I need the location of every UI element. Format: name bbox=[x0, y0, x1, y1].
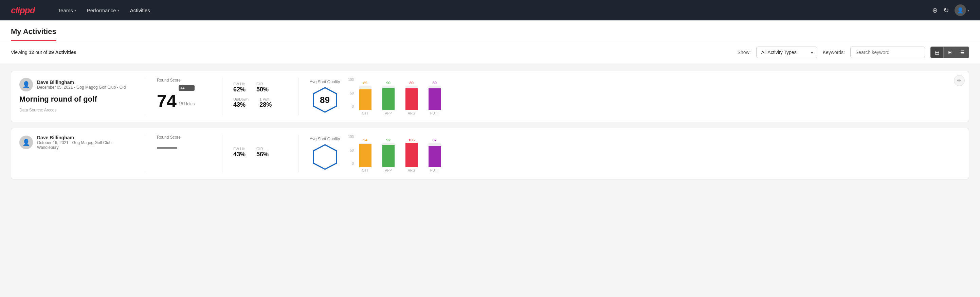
bar-arg: 89 ARG bbox=[401, 81, 422, 115]
stat-pair-2: Up/Down 43% 1 Putt 28% bbox=[233, 97, 288, 109]
activity-date-2: October 16, 2021 - Gog Magog Golf Club -… bbox=[37, 141, 135, 150]
refresh-icon[interactable]: ↻ bbox=[943, 6, 949, 14]
search-input[interactable] bbox=[850, 46, 925, 58]
ott-bar-fill-2 bbox=[359, 144, 371, 167]
ott-label-2: OTT bbox=[362, 169, 369, 172]
navbar: clippd Teams ▾ Performance ▾ Activities … bbox=[0, 0, 980, 21]
app-label-2: APP bbox=[385, 169, 392, 172]
grid-view-btn[interactable]: ⊞ bbox=[943, 47, 956, 58]
svg-marker-1 bbox=[313, 145, 337, 169]
bar-ott-2: 94 OTT bbox=[355, 138, 375, 172]
activity-type-select[interactable]: All Activity Types bbox=[756, 46, 817, 58]
y-label-50: 50 bbox=[348, 91, 354, 95]
card-left: 👤 Dave Billingham December 05, 2021 - Go… bbox=[19, 78, 135, 115]
app-bar-fill bbox=[382, 88, 395, 110]
arg-bar-2 bbox=[406, 143, 418, 167]
arg-label-2: ARG bbox=[408, 169, 415, 172]
gir-label-2: GIR bbox=[256, 147, 269, 151]
quality-section-2: Avg Shot Quality 100 50 0 bbox=[310, 135, 961, 172]
avatar-icon: 👤 bbox=[957, 7, 964, 14]
edit-button[interactable]: ✏ bbox=[954, 75, 965, 86]
round-score-label: Round Score bbox=[157, 78, 211, 83]
fw-hit-value-2: 43% bbox=[233, 151, 245, 158]
performance-chevron-icon: ▾ bbox=[118, 8, 119, 12]
ott-bar-2 bbox=[359, 143, 371, 167]
round-score-label-2: Round Score bbox=[157, 135, 211, 140]
updown-value: 43% bbox=[233, 101, 248, 109]
fw-hit-value: 62% bbox=[233, 86, 245, 93]
avg-shot-quality-label: Avg Shot Quality bbox=[310, 80, 340, 84]
stats-section: FW Hit 62% GIR 50% Up/Down 43% 1 Putt 28… bbox=[233, 78, 288, 115]
user-avatar-2: 👤 bbox=[19, 136, 33, 149]
nav-activities[interactable]: Activities bbox=[126, 5, 154, 16]
hexagon-wrapper: Avg Shot Quality 89 bbox=[310, 80, 340, 113]
bar-ott: 85 OTT bbox=[355, 81, 375, 115]
app-bar-2 bbox=[382, 143, 395, 167]
updown-stat: Up/Down 43% bbox=[233, 97, 248, 109]
logo: clippd bbox=[11, 5, 35, 16]
putt-bar-fill-2 bbox=[428, 146, 441, 167]
user-avatar-icon-2: 👤 bbox=[22, 139, 30, 146]
avg-shot-quality-value: 89 bbox=[320, 95, 330, 105]
ott-bar-fill bbox=[359, 89, 371, 110]
hexagon-2 bbox=[312, 144, 339, 171]
y-label-50-2: 50 bbox=[348, 148, 354, 152]
score-value: 74 bbox=[157, 92, 177, 110]
hexagon: 89 bbox=[312, 86, 339, 113]
arg-bar-fill bbox=[406, 88, 418, 110]
filter-bar: Viewing 12 out of 29 Activities Show: Al… bbox=[0, 41, 980, 64]
score-dashes: —— bbox=[157, 142, 177, 154]
ott-label: OTT bbox=[362, 112, 369, 115]
nav-performance[interactable]: Performance ▾ bbox=[83, 5, 123, 16]
gir-value: 50% bbox=[256, 86, 269, 93]
bar-chart: 100 50 0 85 OTT bbox=[348, 78, 961, 115]
arg-bar bbox=[406, 86, 418, 110]
card-divider-4 bbox=[146, 135, 146, 172]
gir-label: GIR bbox=[256, 82, 269, 86]
avatar: 👤 bbox=[955, 5, 966, 16]
list-view-btn[interactable]: ▤ bbox=[931, 47, 943, 58]
one-putt-stat: 1 Putt 28% bbox=[259, 97, 272, 109]
fw-hit-stat-2: FW Hit 43% bbox=[233, 147, 245, 158]
arg-bar-fill-2 bbox=[406, 143, 418, 167]
one-putt-label: 1 Putt bbox=[259, 97, 272, 101]
activity-card-2: 👤 Dave Billingham October 16, 2021 - Gog… bbox=[11, 128, 969, 179]
user-avatar-btn[interactable]: 👤 ▾ bbox=[955, 5, 969, 16]
card-divider bbox=[146, 78, 146, 115]
add-icon[interactable]: ⊕ bbox=[932, 6, 938, 14]
gir-value-2: 56% bbox=[256, 151, 269, 158]
stats-section-2: FW Hit 43% GIR 56% bbox=[233, 135, 288, 172]
putt-bar bbox=[428, 86, 441, 110]
bar-chart-2: 100 50 0 94 OTT 92 bbox=[348, 135, 961, 172]
activity-type-select-wrapper[interactable]: All Activity Types bbox=[756, 46, 817, 58]
score-section-2: Round Score —— bbox=[157, 135, 211, 172]
activities-list: 👤 Dave Billingham December 05, 2021 - Go… bbox=[0, 64, 980, 186]
gir-stat: GIR 50% bbox=[256, 82, 269, 93]
y-axis-labels-2: 100 50 0 bbox=[348, 135, 354, 166]
activity-date: December 05, 2021 - Gog Magog Golf Club … bbox=[37, 85, 126, 90]
y-label-100: 100 bbox=[348, 78, 354, 81]
user-row-2: 👤 Dave Billingham October 16, 2021 - Gog… bbox=[19, 135, 135, 150]
user-name-2: Dave Billingham bbox=[37, 135, 135, 141]
hexagon-wrapper-2: Avg Shot Quality bbox=[310, 137, 340, 171]
bar-app: 90 APP bbox=[378, 81, 399, 115]
fw-hit-stat: FW Hit 62% bbox=[233, 82, 245, 93]
user-row: 👤 Dave Billingham December 05, 2021 - Go… bbox=[19, 78, 135, 91]
updown-label: Up/Down bbox=[233, 97, 248, 101]
app-value: 90 bbox=[387, 81, 390, 85]
teams-chevron-icon: ▾ bbox=[74, 8, 76, 12]
card-divider-5 bbox=[222, 135, 223, 172]
activity-card: 👤 Dave Billingham December 05, 2021 - Go… bbox=[11, 71, 969, 122]
compact-view-btn[interactable]: ☰ bbox=[956, 47, 969, 58]
one-putt-value: 28% bbox=[259, 101, 272, 109]
bar-arg-2: 106 ARG bbox=[401, 138, 422, 172]
viewing-count-text: Viewing 12 out of 29 Activities bbox=[11, 50, 76, 55]
putt-value-2: 87 bbox=[433, 138, 437, 142]
activity-title: Morning round of golf bbox=[19, 95, 135, 104]
score-holes: 18 Holes bbox=[178, 102, 194, 106]
app-bar-fill-2 bbox=[382, 145, 395, 167]
avg-shot-quality-label-2: Avg Shot Quality bbox=[310, 137, 340, 141]
nav-teams[interactable]: Teams ▾ bbox=[54, 5, 80, 16]
ott-bar bbox=[359, 86, 371, 110]
putt-bar-fill bbox=[428, 88, 441, 110]
